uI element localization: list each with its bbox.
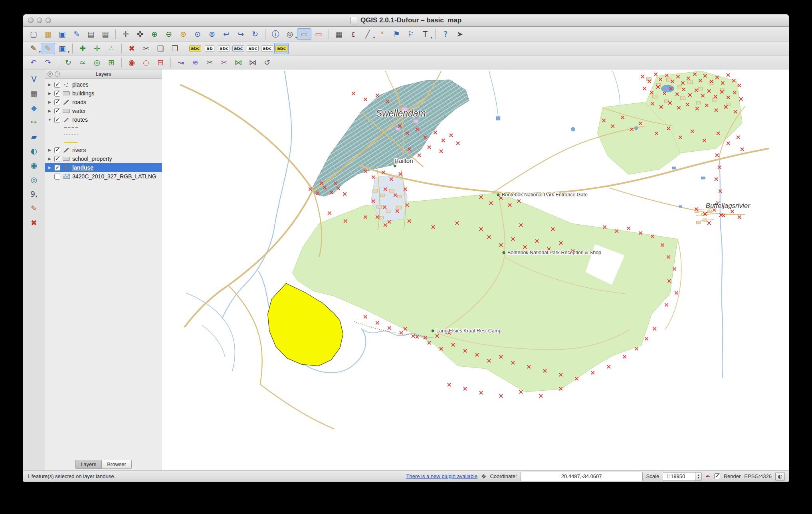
expander-icon[interactable]: ▶ <box>48 148 52 152</box>
layer-visibility-checkbox[interactable] <box>54 99 60 105</box>
move-feature-button[interactable]: ✛ <box>90 43 104 54</box>
toggle-editing-button[interactable]: ✎ <box>41 43 55 54</box>
open-project-button[interactable]: ▥ <box>41 28 55 40</box>
zoom-to-layer-button[interactable]: ⊚ <box>205 28 219 40</box>
render-checkbox[interactable] <box>714 473 720 479</box>
save-layer-edits-button[interactable]: ▣▾ <box>55 43 69 54</box>
zoom-full-extent-button[interactable]: ⊛ <box>176 28 190 40</box>
add-spatialite-layer-button[interactable]: ✑ <box>26 116 42 128</box>
expander-icon[interactable]: ▶ <box>48 166 52 170</box>
plugin-link[interactable]: There is a new plugin available <box>406 473 477 479</box>
zoom-in-button[interactable]: ⊕ <box>147 28 162 40</box>
expander-icon[interactable]: ▶ <box>48 157 52 161</box>
show-bookmarks-button[interactable]: ⚐ <box>404 28 418 40</box>
add-mssql-layer-button[interactable]: ▰ <box>26 130 42 143</box>
new-print-composer-button[interactable]: ▤ <box>84 28 98 40</box>
add-wfs-layer-button[interactable]: ◎ <box>26 173 42 186</box>
composer-manager-button[interactable]: ▦ <box>98 28 113 40</box>
layer-visibility-checkbox[interactable] <box>54 117 60 123</box>
change-label-button[interactable]: abc <box>260 43 274 54</box>
layer-item-routes[interactable]: ▼routes <box>45 115 162 124</box>
merge-attributes-button[interactable]: ⋈ <box>246 57 260 68</box>
zoom-out-button[interactable]: ⊖ <box>162 28 176 40</box>
simplify-feature-button[interactable]: ≈ <box>75 57 90 68</box>
select-features-button[interactable]: ▭ <box>297 28 311 40</box>
expander-icon[interactable]: ▶ <box>48 91 52 95</box>
whats-this-button[interactable]: ➤ <box>453 28 467 40</box>
minimize-button[interactable] <box>37 18 42 23</box>
zoom-to-selection-button[interactable]: ⊙ <box>190 28 205 40</box>
new-project-button[interactable]: ▢ <box>26 28 41 40</box>
plugin-icon[interactable]: ❖ <box>481 473 486 480</box>
layer-visibility-checkbox[interactable] <box>54 174 60 180</box>
add-feature-button[interactable]: ✚ <box>75 43 90 54</box>
title-bar[interactable]: QGIS 2.0.1-Dufour – basic_map <box>23 14 789 27</box>
fill-ring-button[interactable]: ◉ <box>125 57 139 68</box>
expander-icon[interactable]: ▶ <box>48 109 52 113</box>
layers-panel-header[interactable]: ✕ ◦ Layers <box>45 69 162 79</box>
close-button[interactable] <box>28 18 34 23</box>
add-vector-layer-button[interactable]: V <box>26 73 42 85</box>
move-label-button[interactable]: abc <box>231 43 246 54</box>
pan-to-selection-button[interactable]: ✜ <box>133 28 147 40</box>
tab-layers[interactable]: Layers <box>75 460 102 469</box>
scale-dropdown-icon[interactable]: ▲▼ <box>695 472 701 480</box>
split-features-button[interactable]: ✂ <box>202 57 217 68</box>
pin-labels-button[interactable]: ab <box>202 43 217 54</box>
merge-features-button[interactable]: ⋈ <box>231 57 246 68</box>
tab-browser[interactable]: Browser <box>102 460 132 469</box>
layer-visibility-checkbox[interactable] <box>54 156 60 162</box>
add-ring-button[interactable]: ◎ <box>90 57 104 68</box>
zoom-button[interactable] <box>46 18 51 23</box>
layer-item-water[interactable]: ▶water <box>45 107 162 115</box>
offset-curve-button[interactable]: ≋ <box>188 57 202 68</box>
undo-button[interactable]: ↶ <box>26 57 41 68</box>
add-raster-layer-button[interactable]: ▦ <box>26 87 42 100</box>
expander-icon[interactable]: ▶ <box>48 83 52 87</box>
map-canvas[interactable]: SwellendamRailtonBontebok National Park … <box>162 69 789 470</box>
zoom-next-button[interactable]: ↪ <box>234 28 248 40</box>
layer-visibility-checkbox[interactable] <box>54 82 60 88</box>
select-tools-dropdown-button[interactable]: ◎▾ <box>283 28 297 40</box>
layer-item-places[interactable]: ▶places <box>45 80 162 89</box>
stop-render-icon[interactable]: ✒ <box>705 473 711 480</box>
zoom-last-button[interactable]: ↩ <box>219 28 234 40</box>
coordinate-input[interactable] <box>521 472 643 481</box>
layer-item-roads[interactable]: ▶roads <box>45 98 162 107</box>
panel-float-icon[interactable]: ◦ <box>55 71 60 77</box>
text-annotation-button[interactable]: T▾ <box>418 28 432 40</box>
help-contents-button[interactable]: ? <box>438 28 453 40</box>
add-wms-layer-button[interactable]: ◐ <box>26 144 42 157</box>
open-attribute-table-button[interactable]: ▦ <box>332 28 346 40</box>
symbology-item-dotted[interactable] <box>45 131 162 138</box>
layer-visibility-checkbox[interactable] <box>54 108 60 114</box>
layer-visibility-checkbox[interactable] <box>54 165 60 171</box>
panel-close-icon[interactable]: ✕ <box>48 71 53 77</box>
layer-item-landuse[interactable]: ▶✎landuse <box>45 163 162 172</box>
scale-combo[interactable]: 1:19950 ▲▼ <box>663 472 702 481</box>
add-wcs-layer-button[interactable]: ◉ <box>26 159 42 172</box>
symbology-item-yellow[interactable] <box>45 138 162 146</box>
redo-button[interactable]: ↷ <box>41 57 55 68</box>
feature-action-button[interactable]: ε <box>346 28 360 40</box>
refresh-map-button[interactable]: ↻ <box>248 28 262 40</box>
delete-part-button[interactable]: ⊟ <box>153 57 168 68</box>
rotate-feature-button[interactable]: ↻ <box>61 57 75 68</box>
reshape-features-button[interactable]: ↝ <box>174 57 188 68</box>
rotate-point-symbols-button[interactable]: ↺ <box>260 57 274 68</box>
save-project-button[interactable]: ▣ <box>55 28 69 40</box>
labeling-button[interactable]: abc <box>188 43 202 54</box>
remove-layer-button[interactable]: ✖ <box>26 216 42 229</box>
layer-visibility-checkbox[interactable] <box>54 147 60 153</box>
pan-map-button[interactable]: ✛ <box>119 28 133 40</box>
layer-item-rivers[interactable]: ▶rivers <box>45 146 162 154</box>
map-tips-button[interactable]: ❛ <box>375 28 389 40</box>
copy-features-button[interactable]: ❏ <box>153 43 168 54</box>
crs-button[interactable]: ◐ <box>775 472 785 481</box>
deselect-features-button[interactable]: ▭ <box>311 28 326 40</box>
new-shapefile-layer-button[interactable]: ✎ <box>26 202 42 215</box>
measure-tool-button[interactable]: ╱▾ <box>360 28 375 40</box>
delete-ring-button[interactable]: ◌ <box>139 57 153 68</box>
layer-item-school_property[interactable]: ▶school_property <box>45 154 162 163</box>
current-edits-button[interactable]: ✎▾ <box>26 43 41 54</box>
